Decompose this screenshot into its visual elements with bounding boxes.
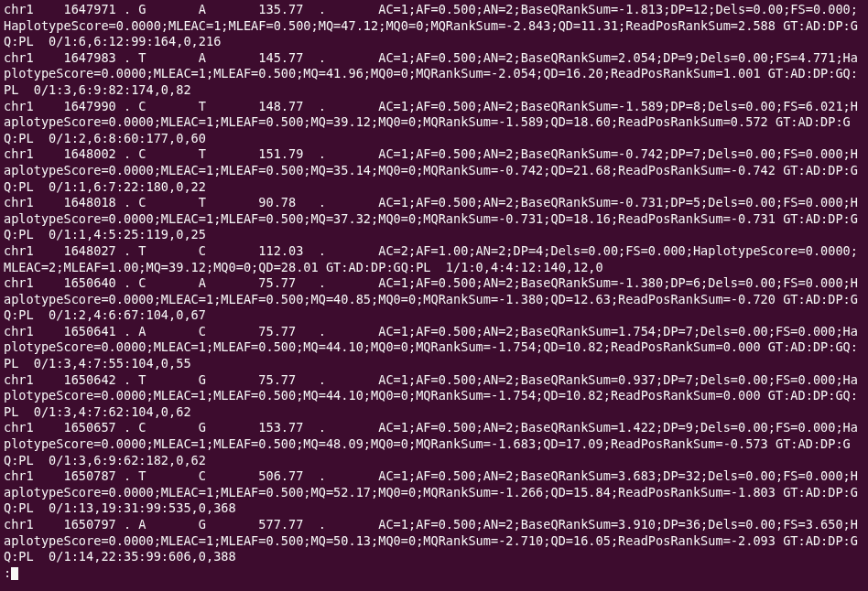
pager-prompt[interactable]: : (4, 565, 11, 580)
terminal-output[interactable]: chr1 1647971 . G A 135.77 . AC=1;AF=0.50… (0, 0, 868, 583)
cursor (11, 567, 18, 580)
